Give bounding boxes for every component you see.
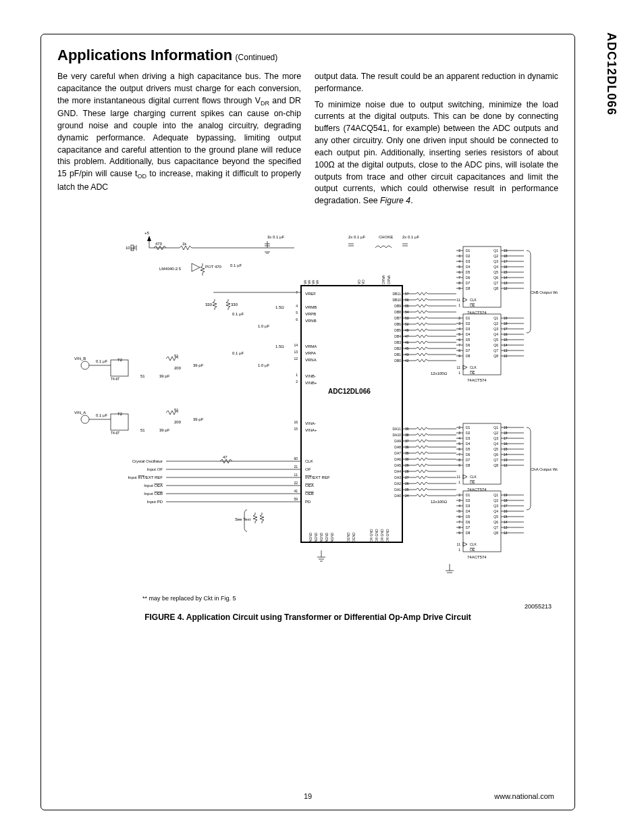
svg-text:VIN_A: VIN_A: [74, 411, 86, 415]
svg-text:Input PD: Input PD: [147, 500, 163, 504]
svg-text:Q1: Q1: [493, 425, 498, 429]
svg-text:Q6: Q6: [493, 276, 498, 280]
svg-text:1.0 µF: 1.0 µF: [258, 363, 269, 367]
svg-text:VRNB: VRNB: [305, 319, 317, 323]
svg-text:VRMB: VRMB: [305, 305, 317, 309]
svg-text:D8: D8: [466, 286, 471, 290]
svg-text:D2: D2: [466, 321, 471, 325]
svg-text:OE: OE: [470, 371, 475, 375]
svg-text:VRNA: VRNA: [305, 358, 317, 362]
svg-text:VREF: VREF: [305, 292, 316, 296]
svg-text:DA5: DA5: [394, 463, 401, 467]
svg-rect-27: [301, 286, 402, 542]
svg-text:DB0: DB0: [394, 359, 401, 363]
svg-text:Q2: Q2: [493, 498, 498, 502]
svg-text:DR GND: DR GND: [375, 529, 379, 542]
svg-text:74ACT574: 74ACT574: [467, 555, 487, 559]
svg-text:VRPB: VRPB: [305, 312, 316, 316]
svg-text:D8: D8: [466, 354, 471, 358]
svg-text:DR GND: DR GND: [369, 529, 373, 542]
svg-text:DB5: DB5: [394, 328, 401, 332]
svg-text:AGND: AGND: [325, 532, 329, 542]
svg-text:Q4: Q4: [493, 332, 498, 336]
svg-text:Q4: Q4: [493, 442, 498, 446]
svg-text:D8: D8: [466, 463, 471, 467]
svg-text:OEA: OEA: [305, 484, 314, 488]
page-footer: 19 www.national.com: [41, 792, 574, 800]
svg-text:POT 470: POT 470: [205, 265, 222, 269]
svg-text:INT/EXT REF: INT/EXT REF: [305, 475, 330, 479]
svg-text:DB1: DB1: [394, 353, 401, 357]
svg-text:51: 51: [140, 428, 145, 432]
svg-text:VINA-: VINA-: [305, 421, 316, 425]
svg-text:DA4: DA4: [394, 469, 401, 473]
svg-text:D4: D4: [466, 509, 471, 513]
svg-text:Q3: Q3: [493, 436, 498, 440]
svg-text:Q7: Q7: [493, 281, 498, 285]
svg-text:Q3: Q3: [493, 504, 498, 508]
svg-text:VA: VA: [315, 280, 319, 284]
svg-text:CLK: CLK: [470, 365, 477, 369]
svg-text:0.1 µF: 0.1 µF: [232, 351, 244, 355]
svg-text:D7: D7: [466, 281, 471, 285]
svg-text:DRVA: DRVA: [381, 275, 385, 284]
svg-text:DR GND: DR GND: [380, 529, 384, 542]
svg-text:D3: D3: [466, 259, 471, 263]
svg-text:DA6: DA6: [394, 457, 401, 461]
svg-text:CLK: CLK: [470, 298, 477, 302]
svg-text:11: 11: [456, 475, 460, 479]
continued-label: (Continued): [236, 53, 278, 62]
svg-text:2: 2: [296, 380, 298, 384]
svg-text:Q4: Q4: [493, 265, 498, 269]
svg-text:D5: D5: [466, 515, 471, 519]
svg-text:74ACT574: 74ACT574: [467, 378, 487, 382]
svg-text:DA9: DA9: [394, 439, 401, 443]
svg-text:0.1 µF: 0.1 µF: [232, 312, 244, 316]
svg-text:Q1: Q1: [493, 249, 498, 253]
svg-text:21: 21: [294, 465, 298, 469]
svg-text:DA0: DA0: [394, 494, 401, 498]
svg-text:14: 14: [294, 343, 298, 347]
svg-text:D6: D6: [466, 276, 471, 280]
svg-text:DGND: DGND: [346, 532, 350, 542]
svg-text:Crystal Oscillator: Crystal Oscillator: [132, 459, 163, 463]
svg-text:See Text: See Text: [235, 517, 251, 521]
svg-text:12x100Ω: 12x100Ω: [431, 500, 448, 504]
svg-text:Input INT/EXT REF: Input INT/EXT REF: [128, 475, 163, 479]
section-title: Applications Information: [57, 47, 232, 63]
svg-text:47: 47: [223, 455, 227, 459]
figure-4: .ln{stroke:#000;stroke-width:0.7;fill:no…: [57, 226, 558, 622]
drawing-number: 20055213: [525, 603, 552, 610]
svg-text:D2: D2: [466, 431, 471, 435]
part-number-vertical: ADC12DL066: [604, 32, 618, 115]
svg-text:DB4: DB4: [394, 334, 401, 338]
svg-text:16: 16: [294, 420, 298, 424]
svg-text:VINB+: VINB+: [305, 381, 317, 385]
svg-text:Q1: Q1: [493, 493, 498, 497]
svg-rect-73: [111, 360, 128, 376]
svg-text:6: 6: [296, 317, 298, 321]
svg-text:11: 11: [456, 298, 460, 302]
svg-text:AGND: AGND: [314, 532, 318, 542]
svg-text:DR GND: DR GND: [385, 529, 390, 542]
svg-text:Input OEB: Input OEB: [144, 492, 163, 496]
svg-text:1k: 1k: [182, 242, 187, 246]
svg-text:39 pF: 39 pF: [159, 374, 170, 378]
svg-text:VRPA: VRPA: [305, 351, 316, 355]
svg-text:DA7: DA7: [394, 451, 401, 455]
svg-text:DB10: DB10: [392, 298, 401, 302]
column-left: Be very careful when driving a high capa…: [57, 71, 301, 211]
svg-text:1: 1: [458, 480, 460, 484]
svg-text:DB3: DB3: [394, 340, 401, 344]
svg-text:ChA Output Word: ChA Output Word: [531, 467, 558, 471]
svg-text:D1: D1: [466, 425, 471, 429]
svg-text:OE: OE: [470, 303, 475, 307]
svg-text:1.5Ω: 1.5Ω: [275, 344, 284, 348]
svg-text:OE: OE: [470, 548, 475, 552]
svg-text:D4: D4: [466, 442, 471, 446]
page-number: 19: [304, 792, 312, 800]
svg-text:39 pF: 39 pF: [159, 428, 170, 432]
svg-text:1.0 µF: 1.0 µF: [258, 324, 269, 328]
svg-text:2x 0.1 µF: 2x 0.1 µF: [402, 235, 419, 239]
svg-text:CLK: CLK: [470, 542, 477, 546]
